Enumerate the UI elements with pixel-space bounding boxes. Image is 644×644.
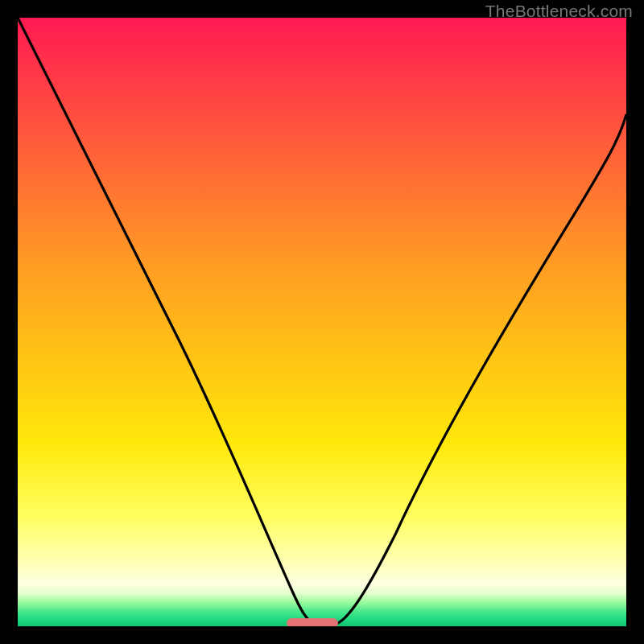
chart-frame: TheBottleneck.com [0,0,644,644]
watermark-text: TheBottleneck.com [485,2,633,21]
bottleneck-curve [18,18,626,626]
curve-path [18,18,626,624]
optimal-marker [287,618,338,626]
plot-area [18,18,626,626]
